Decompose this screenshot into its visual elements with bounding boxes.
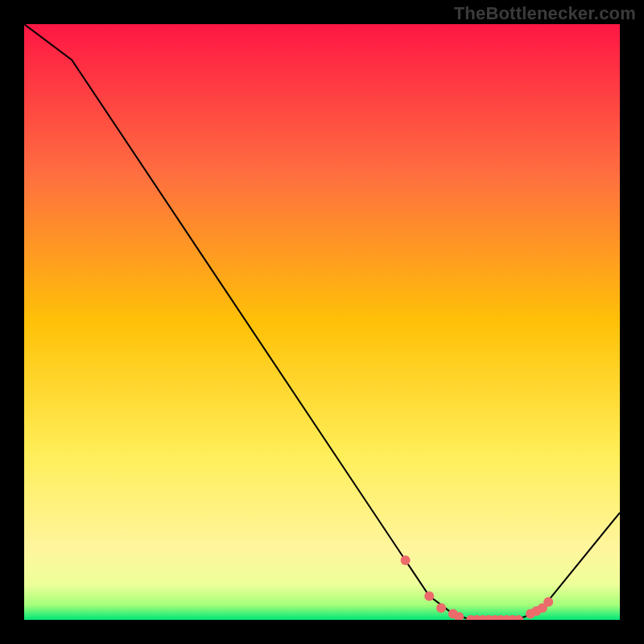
watermark-text: TheBottlenecker.com	[454, 3, 636, 24]
chart-frame: TheBottlenecker.com	[0, 0, 644, 644]
marker-point	[514, 615, 523, 620]
curve-layer	[24, 24, 620, 620]
marker-point	[424, 591, 434, 601]
marker-point	[543, 597, 553, 607]
bottleneck-curve	[24, 24, 620, 620]
plot-area	[24, 24, 620, 620]
marker-point	[436, 603, 446, 613]
marker-point	[401, 555, 411, 565]
